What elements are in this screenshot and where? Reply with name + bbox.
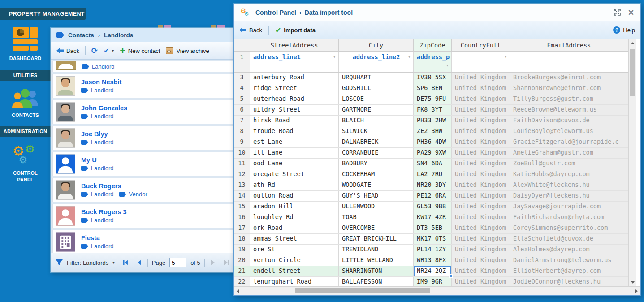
- cell-zip[interactable]: PH36 4DW: [414, 137, 452, 147]
- cell-num[interactable]: 12: [234, 169, 250, 180]
- refresh-icon[interactable]: ⟳: [91, 47, 98, 55]
- cell-city[interactable]: TREWIDLAND: [339, 245, 414, 255]
- cell-street[interactable]: troude Road: [250, 126, 339, 137]
- cell-country[interactable]: United Kingdom: [452, 277, 510, 286]
- cell-street[interactable]: uildry Street: [250, 105, 339, 115]
- horizontal-scroll-thumb[interactable]: [295, 288, 430, 293]
- mapping-select-email[interactable]: [510, 52, 628, 72]
- cell-email[interactable]: FaithDavison@cuvox.de: [510, 116, 628, 126]
- cell-street[interactable]: oulton Road: [250, 191, 339, 201]
- cell-email[interactable]: GracieFitzgerald@jourrapide.c: [510, 137, 628, 147]
- cell-zip[interactable]: PL14 1ZY: [414, 245, 452, 255]
- cell-zip[interactable]: DT3 5EB: [414, 223, 452, 233]
- cell-num[interactable]: 11: [234, 159, 250, 169]
- cell-city[interactable]: GUY'S HEAD: [339, 191, 414, 201]
- cell-street[interactable]: ath Rd: [250, 180, 339, 190]
- cell-zip[interactable]: PH33 2HW: [414, 116, 452, 126]
- mapping-select-city[interactable]: address_line2▾: [339, 52, 414, 72]
- cell-street[interactable]: ill Lane: [250, 148, 339, 158]
- contact-card[interactable]: Joe BlyyLandlord: [52, 126, 237, 150]
- cell-city[interactable]: GODSHILL: [339, 83, 414, 94]
- cell-num[interactable]: 22: [234, 277, 250, 286]
- contact-name-link[interactable]: Buck Rogers: [81, 182, 147, 190]
- cell-num[interactable]: 14: [234, 191, 250, 201]
- cell-street[interactable]: ood Lane: [250, 159, 339, 169]
- cell-country[interactable]: United Kingdom: [452, 266, 510, 276]
- cell-email[interactable]: DaisyDyer@fleckens.hu: [510, 191, 628, 201]
- cell-city[interactable]: BLAICH: [339, 116, 414, 126]
- contact-name-link[interactable]: Buck Rogers 3: [81, 208, 127, 216]
- cell-city[interactable]: DALNABRECK: [339, 137, 414, 147]
- cell-country[interactable]: United Kingdom: [452, 191, 510, 201]
- cell-email[interactable]: ZoeBull@gustr.com: [510, 159, 628, 169]
- cell-street[interactable]: oregate Street: [250, 169, 339, 180]
- cell-num[interactable]: 17: [234, 223, 250, 233]
- cell-city[interactable]: URQUHART: [339, 73, 414, 83]
- breadcrumb-root[interactable]: Control Panel: [255, 9, 296, 16]
- cell-email[interactable]: AlexWhite@fleckens.hu: [510, 180, 628, 190]
- cell-zip[interactable]: MK17 0TS: [414, 234, 452, 244]
- cell-city[interactable]: SILWICK: [339, 126, 414, 137]
- mapping-select-street[interactable]: address_line1▾: [250, 52, 339, 72]
- cell-zip[interactable]: SN4 6DA: [414, 159, 452, 169]
- vertical-scroll-thumb[interactable]: [630, 49, 635, 96]
- contact-name-link[interactable]: Fiesta: [81, 234, 114, 242]
- back-button[interactable]: Back: [56, 47, 79, 54]
- cell-zip[interactable]: LA2 7RU: [414, 169, 452, 180]
- cell-zip[interactable]: NR24 2QZ: [414, 266, 452, 276]
- contact-card[interactable]: John GonzalesLandlord: [52, 100, 237, 124]
- cell-country[interactable]: United Kingdom: [452, 245, 510, 255]
- cell-country[interactable]: United Kingdom: [452, 116, 510, 126]
- cell-city[interactable]: LOSCOE: [339, 94, 414, 104]
- page-input[interactable]: [169, 258, 186, 267]
- horizontal-scrollbar[interactable]: [234, 286, 640, 295]
- cell-country[interactable]: United Kingdom: [452, 105, 510, 115]
- contact-card[interactable]: Jason NesbitLandlord: [52, 74, 237, 98]
- close-button[interactable]: ×: [628, 7, 634, 18]
- contact-card[interactable]: My ULandlord: [52, 152, 237, 176]
- contact-name-link[interactable]: John Gonzales: [81, 104, 127, 112]
- cell-city[interactable]: GREAT BRICKHILL: [339, 234, 414, 244]
- cell-email[interactable]: JaySavage@jourrapide.com: [510, 202, 628, 212]
- cell-num[interactable]: 20: [234, 255, 250, 266]
- column-header-zipcode[interactable]: ZipCode: [414, 39, 452, 51]
- minimize-button[interactable]: –: [602, 9, 607, 17]
- cell-num[interactable]: 13: [234, 180, 250, 190]
- sidebar-item-contacts[interactable]: CONTACTS: [0, 81, 51, 119]
- maximize-button[interactable]: [614, 9, 621, 16]
- cell-num[interactable]: 10: [234, 148, 250, 158]
- cell-num[interactable]: 8: [234, 126, 250, 137]
- cell-street[interactable]: ridge Street: [250, 83, 339, 94]
- cell-email[interactable]: TillyBurgess@gustr.com: [510, 94, 628, 104]
- cell-num[interactable]: 7: [234, 116, 250, 126]
- fill-handle[interactable]: [449, 274, 453, 278]
- cell-country[interactable]: United Kingdom: [452, 148, 510, 158]
- cell-city[interactable]: BALLAFESSON: [339, 277, 414, 286]
- cell-num[interactable]: 15: [234, 202, 250, 212]
- cell-email[interactable]: KatieHobbs@dayrep.com: [510, 169, 628, 180]
- cell-zip[interactable]: DE75 9FU: [414, 94, 452, 104]
- cell-city[interactable]: BADBURY: [339, 159, 414, 169]
- cell-zip[interactable]: IM9 9GR: [414, 277, 452, 286]
- cell-num[interactable]: 5: [234, 94, 250, 104]
- cell-num[interactable]: 9: [234, 137, 250, 147]
- cell-email[interactable]: ElliotHerbert@dayrep.com: [510, 266, 628, 276]
- cell-country[interactable]: United Kingdom: [452, 73, 510, 83]
- cell-num[interactable]: 4: [234, 83, 250, 94]
- cell-zip[interactable]: NR20 3DY: [414, 180, 452, 190]
- contact-name-link[interactable]: Jason Nesbit: [81, 78, 121, 86]
- cell-country[interactable]: United Kingdom: [452, 94, 510, 104]
- mapping-select-zip[interactable]: address_p▾: [414, 52, 452, 72]
- cell-street[interactable]: outerhead Road: [250, 94, 339, 104]
- cell-city[interactable]: CORRANBUIE: [339, 148, 414, 158]
- cell-email[interactable]: AmelieGraham@gustr.com: [510, 148, 628, 158]
- cell-country[interactable]: United Kingdom: [452, 255, 510, 266]
- contact-card-partial[interactable]: Landlord: [52, 61, 237, 72]
- import-data-button[interactable]: ✔ Import data: [275, 26, 316, 35]
- view-archive-button[interactable]: View archive: [166, 47, 209, 54]
- cell-num[interactable]: 19: [234, 245, 250, 255]
- cell-country[interactable]: United Kingdom: [452, 126, 510, 137]
- cell-zip[interactable]: KW17 4ZR: [414, 212, 452, 223]
- cell-country[interactable]: United Kingdom: [452, 202, 510, 212]
- cell-country[interactable]: United Kingdom: [452, 169, 510, 180]
